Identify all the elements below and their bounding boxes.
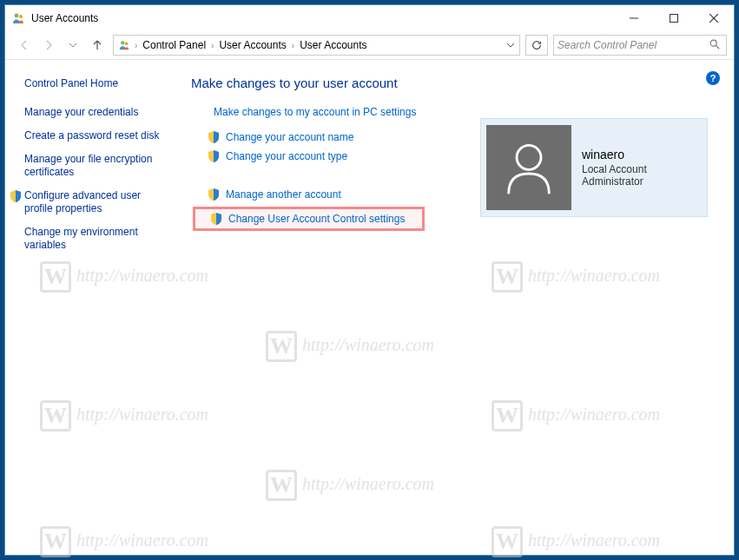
avatar-icon bbox=[486, 125, 571, 210]
sidebar-configure-advanced-profile[interactable]: Configure advanced user profile properti… bbox=[24, 189, 172, 215]
shield-icon bbox=[207, 130, 221, 144]
back-button[interactable] bbox=[12, 34, 36, 56]
shield-icon bbox=[207, 188, 221, 201]
account-role: Administrator bbox=[582, 175, 647, 188]
shield-icon bbox=[209, 212, 223, 226]
svg-point-10 bbox=[517, 145, 541, 169]
svg-point-8 bbox=[710, 40, 716, 46]
up-button[interactable] bbox=[85, 34, 109, 56]
sidebar-manage-encryption-certs[interactable]: Manage your file encryption certificates bbox=[24, 153, 172, 179]
navbar: › Control Panel › User Accounts › User A… bbox=[5, 31, 734, 59]
search-icon[interactable] bbox=[709, 38, 723, 53]
titlebar: User Accounts bbox=[5, 5, 734, 31]
users-icon bbox=[10, 10, 26, 26]
shield-icon bbox=[207, 149, 221, 163]
pc-settings-link[interactable]: Make changes to my account in PC setting… bbox=[214, 106, 416, 118]
watermark: Whttp://winaero.com bbox=[266, 470, 434, 501]
svg-point-7 bbox=[125, 43, 129, 46]
account-card: winaero Local Account Administrator bbox=[480, 118, 708, 217]
change-account-name-link[interactable]: Change your account name bbox=[226, 131, 353, 143]
account-type: Local Account bbox=[582, 163, 647, 175]
sidebar-manage-credentials[interactable]: Manage your credentials bbox=[24, 106, 138, 119]
watermark: Whttp://winaero.com bbox=[492, 261, 660, 293]
change-account-type-link[interactable]: Change your account type bbox=[226, 150, 347, 162]
control-panel-home-link[interactable]: Control Panel Home bbox=[24, 77, 172, 90]
svg-point-6 bbox=[121, 41, 124, 44]
address-dropdown[interactable] bbox=[504, 36, 518, 55]
breadcrumb-control-panel[interactable]: Control Panel bbox=[139, 36, 209, 55]
manage-another-account-link[interactable]: Manage another account bbox=[226, 188, 341, 201]
maximize-button[interactable] bbox=[654, 5, 694, 31]
change-uac-settings-link[interactable]: Change User Account Control settings bbox=[228, 213, 405, 225]
refresh-button[interactable] bbox=[525, 35, 548, 56]
users-icon bbox=[117, 38, 131, 52]
shield-icon bbox=[9, 189, 23, 203]
account-name: winaero bbox=[582, 148, 647, 161]
chevron-right-icon[interactable]: › bbox=[209, 41, 215, 50]
help-icon[interactable]: ? bbox=[706, 71, 720, 85]
recent-locations-dropdown[interactable] bbox=[61, 34, 85, 56]
watermark: Whttp://winaero.com bbox=[40, 526, 208, 557]
breadcrumb-user-accounts-2[interactable]: User Accounts bbox=[296, 36, 370, 55]
chevron-right-icon[interactable]: › bbox=[290, 41, 296, 50]
minimize-button[interactable] bbox=[614, 5, 654, 31]
close-button[interactable] bbox=[694, 5, 734, 31]
breadcrumb-user-accounts-1[interactable]: User Accounts bbox=[215, 36, 289, 55]
watermark: Whttp://winaero.com bbox=[492, 526, 660, 557]
window-title: User Accounts bbox=[31, 12, 98, 24]
watermark: Whttp://winaero.com bbox=[266, 331, 434, 362]
svg-line-9 bbox=[716, 45, 720, 49]
page-heading: Make changes to your user account bbox=[191, 76, 723, 90]
watermark: Whttp://winaero.com bbox=[40, 400, 208, 432]
address-bar[interactable]: › Control Panel › User Accounts › User A… bbox=[113, 35, 520, 56]
search-placeholder: Search Control Panel bbox=[558, 39, 709, 51]
sidebar: Control Panel Home Manage your credentia… bbox=[12, 76, 186, 262]
svg-rect-3 bbox=[670, 15, 678, 23]
svg-point-0 bbox=[15, 14, 19, 18]
search-input[interactable]: Search Control Panel bbox=[553, 35, 727, 56]
svg-point-1 bbox=[19, 15, 23, 18]
watermark: Whttp://winaero.com bbox=[492, 400, 660, 432]
chevron-right-icon[interactable]: › bbox=[133, 41, 139, 50]
watermark: Whttp://winaero.com bbox=[40, 261, 208, 293]
uac-highlight-box: Change User Account Control settings bbox=[193, 207, 425, 231]
sidebar-change-env-vars[interactable]: Change my environment variables bbox=[24, 226, 172, 252]
sidebar-create-password-reset[interactable]: Create a password reset disk bbox=[24, 129, 159, 142]
forward-button[interactable] bbox=[36, 34, 61, 56]
